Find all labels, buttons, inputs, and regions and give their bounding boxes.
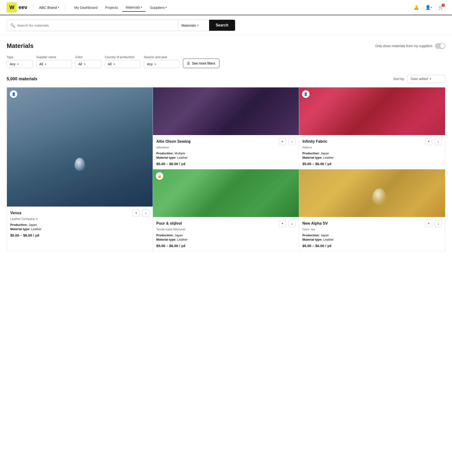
new-alpha-price: $5.00 – $6.00 / yd [302, 244, 442, 248]
allie-olson-actions: ＋ ↓ [279, 138, 296, 145]
filter-season-label: Season and year [144, 55, 179, 59]
new-alpha-supplier: Gore -tex [302, 228, 442, 231]
navbar-right: 🔔 👤 ▾ 🛒 0 [412, 3, 445, 12]
venus-material-label: Material type: [10, 227, 31, 231]
nav-links: My Dashboard Projects Materials ▾ Suppli… [71, 3, 170, 12]
allie-olson-info: Production: Multiple Material type: Leat… [156, 152, 295, 159]
new-alpha-material: Leather [323, 238, 334, 241]
logo-icon: W [7, 2, 17, 12]
download-icon: ↓ [291, 140, 293, 143]
results-header: 5,000 materials Sort by: Date added ▾ [7, 75, 445, 83]
filter-season-select[interactable]: Any ▾ [144, 60, 179, 68]
infinity-download-button[interactable]: ↓ [435, 138, 442, 145]
allie-olson-download-button[interactable]: ↓ [288, 138, 296, 145]
puur-production-row: Production: Japan [156, 234, 295, 237]
new-alpha-download-button[interactable]: ↓ [435, 220, 442, 227]
filter-type-label: Type [7, 55, 33, 59]
puur-card-body: Puur & stijlvol ＋ ↓ Tende Aalst Wemmel P… [153, 217, 299, 251]
materials-header: Materials Only show materials from my su… [7, 42, 445, 50]
allie-olson-card-body: Allie Olson Sewing ＋ ↓ allieolson Produc… [153, 135, 299, 169]
puur-download-button[interactable]: ↓ [288, 220, 296, 227]
filter-country-label: Country of production [105, 55, 140, 59]
main-content: Materials Only show materials from my su… [0, 35, 452, 251]
material-card-infinity[interactable]: 👤 Infinity Fabric ＋ ↓ Aldeco Production:… [299, 87, 445, 169]
infinity-add-button[interactable]: ＋ [425, 138, 432, 145]
cart-button[interactable]: 🛒 0 [437, 3, 445, 12]
toggle-knob [440, 44, 445, 48]
notification-button[interactable]: 🔔 [412, 3, 421, 12]
nav-suppliers-label: Suppliers [150, 6, 165, 10]
filter-season-value: Any [147, 62, 153, 66]
material-label: Material type: [302, 156, 323, 159]
material-card-venus[interactable]: 👤 Venus ＋ ↓ Leather Company X [7, 87, 153, 251]
puur-add-button[interactable]: ＋ [279, 220, 286, 227]
filter-supplier-name: Supplier name All ▾ [36, 55, 72, 68]
infinity-supplier: Aldeco [302, 146, 442, 149]
nav-materials-chevron-icon: ▾ [141, 6, 142, 9]
puur-material-row: Material type: Leather [156, 238, 295, 241]
material-label: Material type: [156, 156, 177, 159]
sort-label: Sort by: [393, 77, 405, 81]
new-alpha-add-button[interactable]: ＋ [425, 220, 432, 227]
material-card-allie-olson[interactable]: Allie Olson Sewing ＋ ↓ allieolson Produc… [153, 87, 299, 169]
filter-country-chevron-icon: ▾ [113, 63, 115, 66]
venus-info: Production: Japan Material type: Leather [10, 223, 149, 231]
filter-supplier-label: Supplier name [36, 55, 72, 59]
infinity-production: Japan [320, 152, 329, 155]
search-button[interactable]: Search [209, 20, 235, 31]
infinity-actions: ＋ ↓ [425, 138, 442, 145]
venus-production-label: Production: [10, 223, 29, 227]
filter-country: Country of production All ▾ [105, 55, 140, 68]
new-alpha-actions: ＋ ↓ [425, 220, 442, 227]
venus-download-button[interactable]: ↓ [142, 209, 149, 217]
new-alpha-name: New Alpha SV [302, 221, 328, 226]
filter-supplier-select[interactable]: All ▾ [36, 60, 72, 68]
supplier-toggle[interactable] [435, 43, 445, 49]
venus-card-header: Venus ＋ ↓ [10, 209, 149, 217]
bell-icon: 🔔 [414, 5, 419, 10]
venus-material-row: Material type: Leather [10, 227, 149, 231]
material-card-new-alpha[interactable]: New Alpha SV ＋ ↓ Gore -tex Production: J… [299, 169, 445, 251]
logo-text: eev [19, 4, 27, 10]
infinity-image: 👤 [299, 87, 445, 135]
allie-olson-production: Multiple [175, 152, 185, 155]
plus-icon: ＋ [281, 221, 284, 226]
search-input[interactable] [17, 23, 175, 27]
filter-country-select[interactable]: All ▾ [105, 60, 140, 68]
venus-add-button[interactable]: ＋ [133, 209, 140, 217]
allie-olson-add-button[interactable]: ＋ [279, 138, 286, 145]
infinity-price: $5.00 – $6.00 / yd [302, 162, 442, 166]
puur-supplier: Tende Aalst Wemmel [156, 228, 295, 231]
sort-select[interactable]: Date added ▾ [407, 75, 445, 83]
nav-my-dashboard[interactable]: My Dashboard [71, 4, 101, 11]
nav-materials[interactable]: Materials ▾ [122, 3, 146, 12]
material-label: Material type: [156, 238, 177, 241]
venus-price: $5.00 – $6.00 / yd [10, 233, 149, 237]
filter-color-select[interactable]: All ▾ [75, 60, 101, 68]
filter-supplier-chevron-icon: ▾ [45, 63, 47, 66]
search-category-dropdown[interactable]: Materials ▾ [178, 23, 209, 27]
venus-actions: ＋ ↓ [133, 209, 149, 217]
puur-header: Puur & stijlvol ＋ ↓ [156, 220, 295, 227]
venus-material: Leather [31, 227, 41, 231]
production-label: Production: [302, 152, 321, 155]
puur-lock-badge: 🔒 [156, 172, 163, 180]
account-chevron-icon: ▾ [431, 6, 432, 9]
filter-color-label: Color [75, 55, 101, 59]
infinity-name: Infinity Fabric [302, 139, 327, 144]
puur-material: Leather [177, 238, 188, 241]
material-card-puur[interactable]: 🔒 Puur & stijlvol ＋ ↓ Tende Aalst Wemmel… [153, 169, 299, 251]
plus-icon: ＋ [427, 221, 430, 226]
allie-olson-material-row: Material type: Leather [156, 156, 295, 159]
infinity-material: Leather [323, 156, 334, 159]
brand-selector[interactable]: ABC Brand ▾ [39, 6, 59, 10]
puur-actions: ＋ ↓ [279, 220, 296, 227]
brand-chevron-icon: ▾ [58, 6, 59, 9]
filter-type-select[interactable]: Any ▾ [7, 60, 33, 68]
see-more-filters-button[interactable]: ☰ See more filters [183, 59, 219, 68]
search-bar: 🔍 Materials ▾ Search [7, 20, 235, 31]
nav-suppliers[interactable]: Suppliers ▾ [146, 4, 170, 11]
nav-projects[interactable]: Projects [102, 4, 121, 11]
puur-price: $5.00 – $6.00 / yd [156, 244, 295, 248]
account-button[interactable]: 👤 ▾ [424, 3, 433, 12]
